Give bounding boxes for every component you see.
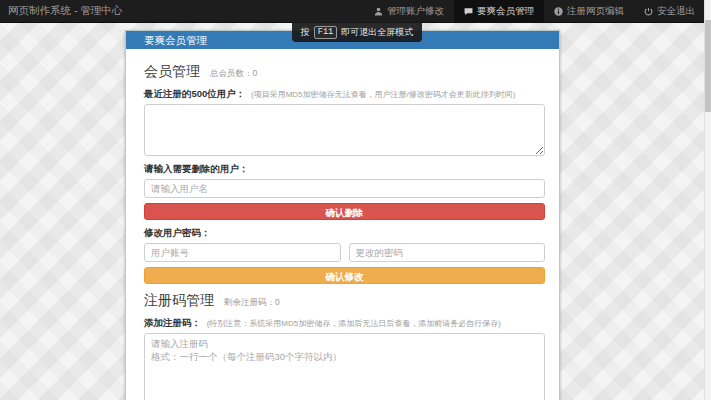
confirm-delete-button[interactable]: 确认删除 xyxy=(144,203,545,220)
user-icon xyxy=(374,7,383,16)
info-icon xyxy=(554,7,563,16)
add-regcode-label: 添加注册码： (特别注意：系统采用MD5加密储存，添加后无法日后查看，添加前请务… xyxy=(144,317,545,330)
new-password-input[interactable] xyxy=(349,243,546,262)
member-title-text: 会员管理 xyxy=(144,63,200,79)
toast-suffix: 即可退出全屏模式 xyxy=(341,26,413,39)
recent-users-label-text: 最近注册的500位用户： xyxy=(144,88,245,99)
comment-icon xyxy=(464,7,473,16)
scrollbar-thumb[interactable] xyxy=(705,20,711,112)
regcode-count: 剩余注册码：0 xyxy=(224,297,280,307)
recent-users-textarea[interactable] xyxy=(144,104,545,156)
nav-item-label: 安全退出 xyxy=(657,5,695,18)
nav-item-account[interactable]: 管理账户修改 xyxy=(364,0,454,22)
top-navbar: 网页制作系统 - 管理中心 管理账户修改 要爽会员管理 注册网页编辑 安全退出 xyxy=(0,0,705,23)
password-fields-row xyxy=(144,243,545,262)
nav-item-logout[interactable]: 安全退出 xyxy=(634,0,705,22)
recent-users-label: 最近注册的500位用户： (项目采用MD5加密储存无法查看，用户注册/修改密码才… xyxy=(144,88,545,101)
f11-keycap: F11 xyxy=(314,26,337,39)
vertical-scrollbar[interactable] xyxy=(704,0,711,400)
add-regcode-hint: (特别注意：系统采用MD5加密储存，添加后无法日后查看，添加前请务必自行保存) xyxy=(207,319,501,328)
nav-item-member-manage[interactable]: 要爽会员管理 xyxy=(454,0,544,22)
regcode-title-text: 注册码管理 xyxy=(144,292,214,308)
recent-users-hint: (项目采用MD5加密储存无法查看，用户注册/修改密码才会更新此排列时间) xyxy=(251,90,515,99)
nav-item-label: 注册网页编辑 xyxy=(567,5,624,18)
nav-item-label: 管理账户修改 xyxy=(387,5,444,18)
member-count: 总会员数：0 xyxy=(210,68,257,78)
nav-item-label: 要爽会员管理 xyxy=(477,5,534,18)
navbar-menu: 管理账户修改 要爽会员管理 注册网页编辑 安全退出 xyxy=(364,0,705,22)
fullscreen-toast: 按 F11 即可退出全屏模式 xyxy=(292,22,422,42)
confirm-modify-button[interactable]: 确认修改 xyxy=(144,267,545,284)
app-title: 网页制作系统 - 管理中心 xyxy=(0,4,122,18)
panel-body: 会员管理 总会员数：0 最近注册的500位用户： (项目采用MD5加密储存无法查… xyxy=(126,49,559,400)
delete-user-label: 请输入需要删除的用户： xyxy=(144,163,545,176)
nav-item-page-edit[interactable]: 注册网页编辑 xyxy=(544,0,634,22)
add-regcode-label-text: 添加注册码： xyxy=(144,317,201,328)
toast-prefix: 按 xyxy=(301,26,310,39)
delete-user-input[interactable] xyxy=(144,179,545,198)
account-input[interactable] xyxy=(144,243,341,262)
member-admin-panel: 要爽会员管理 会员管理 总会员数：0 最近注册的500位用户： (项目采用MD5… xyxy=(125,30,560,400)
modify-password-label: 修改用户密码： xyxy=(144,227,545,240)
power-icon xyxy=(644,7,653,16)
regcodes-textarea[interactable] xyxy=(144,333,545,400)
member-section-title: 会员管理 总会员数：0 xyxy=(144,63,545,81)
regcode-section-title: 注册码管理 剩余注册码：0 xyxy=(144,292,545,310)
